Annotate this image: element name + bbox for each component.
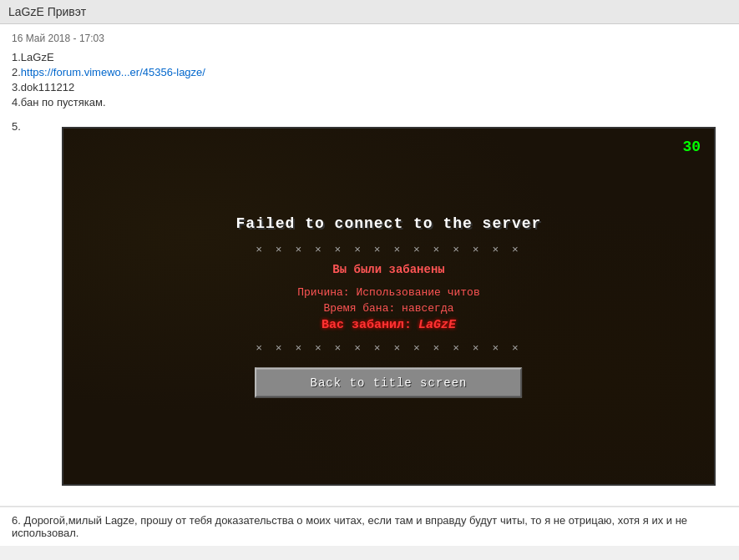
mc-title: Failed to connect to the server	[236, 215, 542, 232]
post-row-5: 5. 30 Failed to connect to the server × …	[12, 115, 727, 497]
post-number: 5.	[12, 120, 37, 133]
back-to-title-button[interactable]: Back to title screen	[255, 368, 522, 398]
forum-link[interactable]: https://forum.vimewo...er/45356-lagze/	[21, 66, 205, 78]
page-title: LaGzE Привэт	[0, 0, 739, 24]
post-6: 6. Дорогой,милый Lagze, прошу от тебя до…	[0, 507, 739, 546]
mc-content: Failed to connect to the server × × × × …	[236, 215, 542, 398]
list-item: 2.https://forum.vimewo...er/45356-lagze/	[12, 66, 727, 78]
list-item: 1.LaGzE	[12, 51, 727, 63]
post-list: 1.LaGzE 2.https://forum.vimewo...er/4535…	[12, 51, 727, 108]
mc-timer: 30	[682, 139, 701, 155]
mc-banned: Вы были забанены	[236, 263, 542, 276]
list-item: 3.dok111212	[12, 81, 727, 93]
mc-time: Время бана: навсегда	[236, 302, 542, 315]
mc-banned-by: Вас забанил: LaGzE	[236, 318, 542, 332]
list-item: 4.бан по пустякам.	[12, 96, 727, 108]
minecraft-screenshot: 30 Failed to connect to the server × × ×…	[62, 127, 716, 486]
mc-separator: × × × × × × × × × × × × × ×	[236, 244, 542, 256]
mc-separator2: × × × × × × × × × × × × × ×	[236, 342, 542, 355]
mc-reason: Причина: Использование читов	[236, 286, 542, 299]
mc-banner-name: LaGzE	[418, 318, 456, 332]
post-date: 16 Май 2018 - 17:03	[12, 33, 727, 44]
post-area: 16 Май 2018 - 17:03 1.LaGzE 2.https://fo…	[0, 24, 739, 507]
